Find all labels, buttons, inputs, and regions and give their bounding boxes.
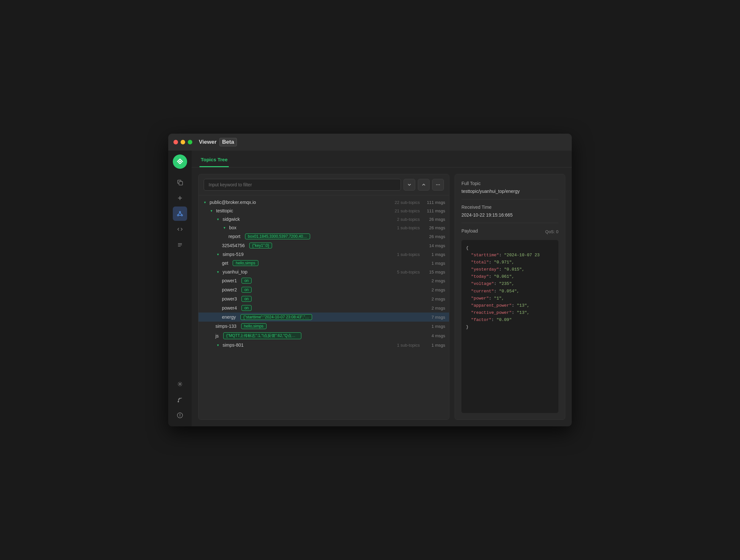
tree-row[interactable]: js {"MQTT上传标志":1,"l点反馈":62,"Q点反馈":0,"M中间…	[198, 331, 449, 341]
minimize-button[interactable]	[181, 140, 185, 144]
topic-tag: {"key1":0}	[249, 243, 272, 248]
tree-row[interactable]: ▾ sidgwick 2 sub-topics 26 msgs	[198, 215, 449, 223]
tree-row[interactable]: power1 on 2 msgs	[198, 276, 449, 285]
payload-line: "today": "0.061",	[466, 273, 554, 280]
svg-point-3	[179, 211, 181, 213]
received-time-section: Received Time 2024-10-22 19:15:16:665	[461, 205, 558, 218]
tree-row[interactable]: ▾ simps-801 1 sub-topics 1 msgs	[198, 341, 449, 349]
payload-line: "factor": "0.09"	[466, 316, 554, 324]
app-logo	[173, 154, 187, 169]
filter-input[interactable]	[204, 179, 401, 191]
full-topic-section: Full Topic testtopic/yuanhui_top/energy	[461, 181, 558, 194]
app-body: Topics Tree	[168, 150, 572, 426]
svg-rect-0	[179, 182, 183, 185]
tree-row[interactable]: ▾ simps-519 1 sub-topics 1 msgs	[198, 250, 449, 258]
tree-row[interactable]: ▾ box 1 sub-topics 26 msgs	[198, 223, 449, 232]
tree-row[interactable]: report box01,1845,3300,5397,7200,4054,40…	[198, 232, 449, 241]
toggle-icon[interactable]: ▾	[215, 269, 221, 274]
qos-badge: QoS: 0	[545, 229, 558, 234]
tree-container[interactable]: ▾ public@broker.emqx.io 22 sub-topics 11…	[198, 196, 449, 420]
close-button[interactable]	[173, 140, 178, 144]
payload-line: "apparent_power": "13",	[466, 302, 554, 309]
topic-tag: on	[242, 287, 252, 293]
toggle-icon[interactable]: ▾	[222, 225, 227, 230]
svg-point-4	[177, 215, 179, 216]
payload-box: { "starttime": "2024-10-07 23 "total": "…	[461, 240, 558, 413]
toggle-icon[interactable]: ▾	[209, 208, 214, 213]
msgs-count: 14 msgs	[426, 243, 445, 248]
topic-tag: on	[242, 305, 252, 311]
sub-topics-count: 2 sub-topics	[397, 217, 420, 222]
full-topic-label: Full Topic	[461, 181, 558, 186]
topic-name: box	[229, 225, 237, 230]
received-time-value: 2024-10-22 19:15:16:665	[461, 212, 558, 218]
sub-topics-count: 1 sub-topics	[397, 343, 420, 348]
sidebar-item-info[interactable]	[173, 408, 187, 423]
msgs-count: 2 msgs	[426, 306, 445, 311]
sidebar-item-network[interactable]	[173, 207, 187, 221]
sidebar-item-add[interactable]	[173, 191, 187, 205]
topic-name: power2	[222, 287, 237, 292]
msgs-count: 111 msgs	[426, 209, 445, 213]
msgs-count: 1 msgs	[426, 324, 445, 329]
payload-line: "current": "0.054",	[466, 288, 554, 295]
msgs-count: 111 msgs	[426, 200, 445, 205]
tab-topics-tree[interactable]: Topics Tree	[199, 153, 229, 167]
tree-row[interactable]: ▾ testtopic 21 sub-topics 111 msgs	[198, 207, 449, 215]
maximize-button[interactable]	[188, 140, 192, 144]
app-window: Viewer Beta	[168, 134, 572, 426]
full-topic-value: testtopic/yuanhui_top/energy	[461, 189, 558, 194]
sidebar-item-settings[interactable]	[173, 377, 187, 391]
tree-row[interactable]: power2 on 2 msgs	[198, 285, 449, 294]
svg-point-19	[439, 185, 440, 185]
svg-point-12	[179, 383, 181, 385]
tree-row[interactable]: 325454756 {"key1":0} 14 msgs	[198, 241, 449, 250]
more-options-button[interactable]	[432, 179, 444, 191]
payload-line: {	[466, 244, 554, 252]
sub-topics-count: 1 sub-topics	[397, 252, 420, 257]
sub-topics-count: 1 sub-topics	[397, 225, 420, 230]
msgs-count: 1 msgs	[426, 261, 445, 266]
topic-tag: box01,1845,3300,5397,7200,4054,4000	[245, 233, 310, 239]
msgs-count: 7 msgs	[426, 315, 445, 320]
sidebar	[168, 150, 192, 426]
topic-tag: on	[242, 278, 252, 284]
svg-point-16	[180, 414, 180, 415]
msgs-count: 15 msgs	[426, 269, 445, 274]
tree-row[interactable]: power4 on 2 msgs	[198, 304, 449, 313]
tree-row[interactable]: ▾ yuanhui_top 5 sub-topics 15 msgs	[198, 268, 449, 276]
topic-name: 325454756	[222, 243, 245, 248]
svg-point-18	[438, 185, 439, 185]
toggle-icon[interactable]: ▾	[215, 342, 221, 348]
msgs-count: 2 msgs	[426, 297, 445, 302]
topic-name: simps-519	[222, 252, 244, 257]
tree-row[interactable]: power3 on 2 msgs	[198, 294, 449, 304]
topic-name: power1	[222, 278, 237, 283]
payload-line: "voltage": "235",	[466, 280, 554, 288]
expand-down-button[interactable]	[403, 179, 415, 191]
sidebar-item-rules[interactable]	[173, 238, 187, 252]
msgs-count: 1 msgs	[426, 343, 445, 348]
msgs-count: 26 msgs	[426, 234, 445, 239]
topic-name: js	[215, 333, 219, 339]
sidebar-item-feeds[interactable]	[173, 393, 187, 407]
topic-tag: {"starttime":"2024-10-07 23:08:43","tota…	[241, 314, 312, 320]
topic-name: power4	[222, 305, 237, 311]
toggle-icon[interactable]: ▾	[215, 252, 221, 257]
payload-line: }	[466, 324, 554, 331]
toggle-icon[interactable]: ▾	[202, 200, 208, 205]
svg-point-13	[178, 401, 179, 402]
tree-row[interactable]: ▾ public@broker.emqx.io 22 sub-topics 11…	[198, 198, 449, 207]
sidebar-item-copy[interactable]	[173, 175, 187, 190]
toggle-icon[interactable]: ▾	[215, 217, 221, 222]
tree-row[interactable]: simps-133 hello,simps 1 msgs	[198, 322, 449, 331]
payload-line: "total": "0.971",	[466, 259, 554, 266]
sidebar-item-code[interactable]	[173, 222, 187, 236]
traffic-lights	[173, 140, 192, 144]
divider	[461, 199, 558, 199]
tree-row[interactable]: energy {"starttime":"2024-10-07 23:08:43…	[198, 313, 449, 322]
sub-topics-count: 21 sub-topics	[395, 209, 420, 213]
tree-row[interactable]: get hello,simps 1 msgs	[198, 258, 449, 268]
collapse-up-button[interactable]	[418, 179, 430, 191]
app-title: Viewer	[199, 139, 217, 145]
